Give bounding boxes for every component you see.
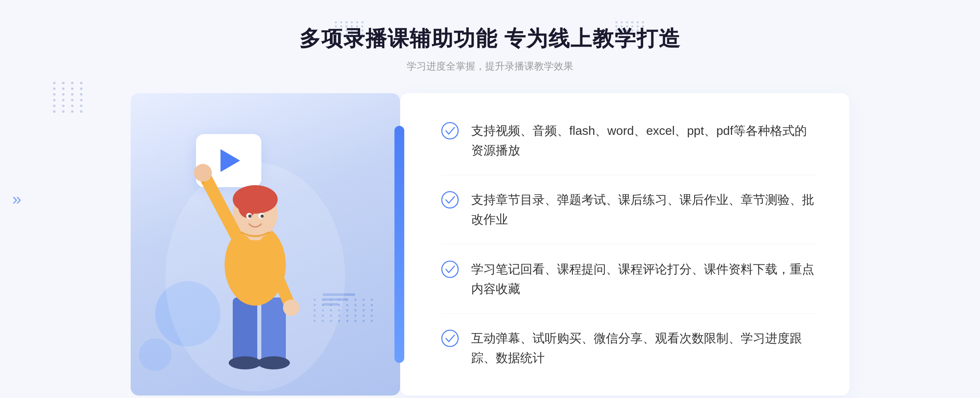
outer-dots-left bbox=[53, 82, 86, 113]
header-section: 多项录播课辅助功能 专为线上教学打造 学习进度全掌握，提升录播课教学效果 bbox=[299, 25, 681, 73]
feature-item-3: 学习笔记回看、课程提问、课程评论打分、课件资料下载，重点内容收藏 bbox=[441, 259, 817, 299]
svg-point-19 bbox=[442, 192, 458, 208]
feature-text-2: 支持章节目录、弹题考试、课后练习、课后作业、章节测验、批改作业 bbox=[471, 190, 817, 229]
divider-1 bbox=[441, 175, 817, 175]
feature-text-3: 学习笔记回看、课程提问、课程评论打分、课件资料下载，重点内容收藏 bbox=[471, 259, 817, 299]
page-title: 多项录播课辅助功能 专为线上教学打造 bbox=[299, 25, 681, 53]
features-card: 支持视频、音频、flash、word、excel、ppt、pdf等各种格式的资源… bbox=[400, 93, 849, 396]
svg-point-17 bbox=[165, 163, 345, 391]
chevron-right-icon: » bbox=[12, 190, 21, 208]
accent-bar bbox=[394, 126, 404, 363]
svg-point-18 bbox=[442, 123, 458, 139]
divider-2 bbox=[441, 244, 817, 244]
svg-point-20 bbox=[442, 261, 458, 277]
check-icon-2 bbox=[441, 191, 459, 209]
check-icon-4 bbox=[441, 329, 459, 347]
feature-text-4: 互动弹幕、试听购买、微信分享、观看次数限制、学习进度跟踪、数据统计 bbox=[471, 329, 817, 368]
feature-item-1: 支持视频、音频、flash、word、excel、ppt、pdf等各种格式的资源… bbox=[441, 121, 817, 160]
page-container: 多项录播课辅助功能 专为线上教学打造 学习进度全掌握，提升录播课教学效果 bbox=[0, 0, 980, 398]
check-icon-3 bbox=[441, 260, 459, 278]
illustration-card bbox=[131, 93, 400, 396]
divider-3 bbox=[441, 313, 817, 314]
left-arrows-decoration: » bbox=[12, 190, 21, 208]
page-subtitle: 学习进度全掌握，提升录播课教学效果 bbox=[299, 60, 681, 73]
feature-item-4: 互动弹幕、试听购买、微信分享、观看次数限制、学习进度跟踪、数据统计 bbox=[441, 329, 817, 368]
check-icon-1 bbox=[441, 122, 459, 140]
feature-text-1: 支持视频、音频、flash、word、excel、ppt、pdf等各种格式的资源… bbox=[471, 121, 817, 160]
content-area: 支持视频、音频、flash、word、excel、ppt、pdf等各种格式的资源… bbox=[131, 93, 849, 396]
svg-point-21 bbox=[442, 330, 458, 347]
person-illustration bbox=[163, 134, 351, 396]
feature-item-2: 支持章节目录、弹题考试、课后练习、课后作业、章节测验、批改作业 bbox=[441, 190, 817, 229]
